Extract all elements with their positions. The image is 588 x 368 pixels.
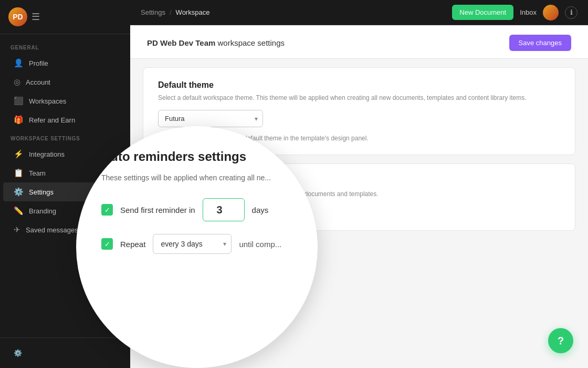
until-text: until comp... — [239, 240, 281, 249]
sidebar-item-label: Workspaces — [29, 97, 66, 105]
workspace-section-label: WORKSPACE SETTINGS — [0, 129, 130, 145]
send-reminder-checkbox[interactable]: ✓ — [101, 204, 113, 216]
sidebar-item-label: Team — [29, 169, 46, 177]
sidebar-item-refer[interactable]: 🎁 Refer and Earn — [3, 110, 127, 129]
new-document-button[interactable]: New Document — [452, 5, 513, 20]
default-theme-desc: Select a default workspace theme. This t… — [158, 94, 560, 101]
sidebar-item-label: Integrations — [29, 150, 65, 158]
sidebar-item-label: Account — [26, 78, 50, 86]
checkmark-icon: ✓ — [104, 240, 110, 248]
avatar[interactable]: PD — [8, 7, 27, 26]
sidebar-item-label: Settings — [29, 188, 54, 196]
repeat-interval-select[interactable]: every 3 days every 1 day every 7 days ev… — [153, 234, 232, 254]
breadcrumb-separator: / — [170, 8, 172, 16]
settings-icon: ⚙️ — [14, 187, 24, 197]
settings-bottom-icon: ⚙️ — [14, 349, 22, 357]
general-section-label: GENERAL — [0, 38, 130, 54]
info-icon[interactable]: ℹ — [565, 6, 578, 19]
integrations-icon: ⚡ — [14, 149, 24, 159]
theme-select[interactable]: Futura Classic Modern Minimal — [158, 110, 263, 127]
workspace-header: PD Web Dev Team workspace settings Save … — [130, 25, 588, 59]
sidebar-item-profile[interactable]: 👤 Profile — [3, 54, 127, 73]
repeat-row: ✓ Repeat every 3 days every 1 day every … — [101, 234, 292, 254]
workspaces-icon: ⬛ — [14, 96, 24, 106]
profile-icon: 👤 — [14, 58, 24, 68]
checkmark-icon: ✓ — [104, 206, 110, 214]
gift-icon: 🎁 — [14, 115, 24, 125]
save-changes-button[interactable]: Save changes — [509, 35, 571, 51]
workspace-title: PD Web Dev Team workspace settings — [147, 38, 285, 47]
team-icon: 📋 — [14, 168, 24, 178]
default-theme-title: Default theme — [158, 80, 560, 90]
topbar-avatar[interactable] — [543, 5, 559, 21]
sidebar-item-account[interactable]: ◎ Account — [3, 73, 127, 91]
repeat-select-wrapper: every 3 days every 1 day every 7 days ev… — [153, 234, 232, 254]
repeat-label: Repeat — [120, 240, 145, 249]
hamburger-icon[interactable]: ☰ — [32, 11, 40, 23]
workspace-name: PD Web Dev Team — [147, 38, 215, 47]
topbar-breadcrumb: Settings / Workspace — [141, 8, 209, 16]
sidebar-item-workspaces[interactable]: ⬛ Workspaces — [3, 91, 127, 110]
breadcrumb-current: Workspace — [176, 8, 210, 16]
theme-select-wrapper: Futura Classic Modern Minimal ▾ — [158, 110, 263, 127]
sidebar-item-label: Refer and Earn — [29, 116, 75, 124]
sidebar-item-label: Profile — [29, 59, 48, 67]
send-reminder-label: Send first reminder in — [120, 206, 195, 214]
account-icon: ◎ — [14, 77, 20, 87]
saved-icon: ✈ — [14, 225, 20, 234]
auto-reminders-modal[interactable]: Auto reminders settings These settings w… — [76, 126, 318, 368]
branding-icon: ✏️ — [14, 206, 24, 216]
repeat-checkbox[interactable]: ✓ — [101, 238, 113, 250]
sidebar-header: PD ☰ — [0, 0, 130, 34]
modal-description: These settings will be applied when crea… — [101, 172, 292, 183]
help-button[interactable]: ? — [548, 328, 573, 353]
sidebar-item-label: Saved messages — [26, 226, 78, 234]
reminder-days-input[interactable] — [203, 198, 245, 221]
modal-title: Auto reminders settings — [101, 149, 292, 164]
sidebar-header-icons: ☰ — [32, 11, 40, 23]
breadcrumb-parent[interactable]: Settings — [141, 8, 165, 16]
sidebar-bottom: ⚙️ — [0, 338, 130, 368]
topbar: Settings / Workspace New Document Inbox … — [130, 0, 588, 25]
send-reminder-row: ✓ Send first reminder in days — [101, 198, 292, 221]
workspace-title-suffix: workspace settings — [215, 38, 285, 47]
sidebar-item-label: Branding — [29, 207, 56, 215]
sidebar-settings-bottom[interactable]: ⚙️ — [3, 344, 127, 362]
topbar-right: New Document Inbox ℹ — [452, 5, 578, 21]
sidebar-item-integrations[interactable]: ⚡ Integrations — [3, 145, 127, 163]
reminder-unit: days — [252, 206, 269, 214]
inbox-link[interactable]: Inbox — [520, 8, 537, 16]
